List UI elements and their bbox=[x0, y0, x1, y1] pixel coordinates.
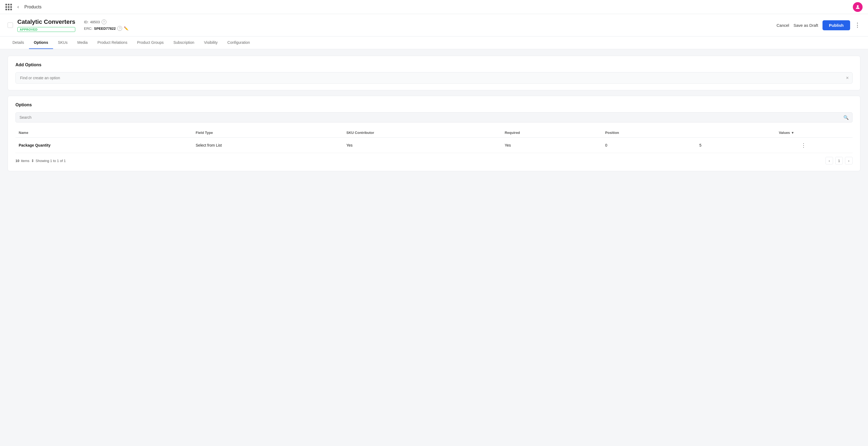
row-more-button[interactable]: ⋮ bbox=[801, 142, 806, 148]
table-row: Package Quantity Select from List Yes Ye… bbox=[16, 138, 852, 153]
tab-visibility[interactable]: Visibility bbox=[199, 36, 222, 49]
erc-edit-icon[interactable]: ✏️ bbox=[124, 26, 128, 31]
back-button[interactable]: ‹ bbox=[15, 3, 21, 11]
tab-configuration[interactable]: Configuration bbox=[223, 36, 255, 49]
tab-details[interactable]: Details bbox=[8, 36, 29, 49]
add-options-title: Add Options bbox=[16, 63, 852, 67]
tab-media[interactable]: Media bbox=[72, 36, 92, 49]
id-label: ID: bbox=[84, 20, 89, 24]
row-position: 0 bbox=[602, 138, 696, 153]
col-required: Required bbox=[501, 128, 602, 138]
row-required: Yes bbox=[501, 138, 602, 153]
id-value: 48503 bbox=[90, 20, 100, 24]
product-header: Catalytic Converters APPROVED ID: 48503 … bbox=[0, 14, 868, 36]
more-options-button[interactable]: ⋮ bbox=[855, 22, 860, 28]
id-help-icon[interactable]: ? bbox=[101, 20, 106, 24]
nav-title: Products bbox=[24, 5, 41, 9]
find-option-input[interactable] bbox=[16, 72, 852, 83]
col-actions bbox=[798, 128, 852, 138]
current-page: 1 bbox=[835, 157, 843, 165]
add-options-card: Add Options × bbox=[8, 56, 860, 90]
prev-page-button[interactable]: ‹ bbox=[826, 157, 833, 165]
cancel-button[interactable]: Cancel bbox=[776, 23, 789, 28]
tab-subscription[interactable]: Subscription bbox=[168, 36, 199, 49]
search-wrapper: 🔍 bbox=[16, 112, 852, 123]
col-position: Position bbox=[602, 128, 696, 138]
options-table: Name Field Type SKU Contributor Required… bbox=[16, 128, 852, 153]
find-clear-button[interactable]: × bbox=[846, 75, 849, 81]
col-name: Name bbox=[16, 128, 192, 138]
main-content: Add Options × Options 🔍 Name Field Type … bbox=[0, 49, 868, 178]
avatar[interactable] bbox=[853, 2, 863, 12]
tab-product-relations[interactable]: Product Relations bbox=[93, 36, 132, 49]
erc-label: ERC: bbox=[84, 27, 92, 31]
select-checkbox[interactable] bbox=[8, 23, 13, 28]
row-name: Package Quantity bbox=[16, 138, 192, 153]
pagination-bar: 10 items ⇕ Showing 1 to 1 of 1 ‹ 1 › bbox=[16, 153, 852, 165]
showing-text: Showing 1 to 1 of 1 bbox=[36, 159, 66, 163]
product-name: Catalytic Converters bbox=[17, 19, 75, 26]
erc-value: SPEED77822 bbox=[94, 27, 116, 31]
approved-badge: APPROVED bbox=[17, 27, 75, 32]
row-more-actions: ⋮ bbox=[798, 138, 852, 153]
save-draft-button[interactable]: Save as Draft bbox=[794, 23, 818, 28]
values-sort-icon[interactable]: ▼ bbox=[791, 131, 794, 135]
row-sku-contributor: Yes bbox=[343, 138, 501, 153]
next-page-button[interactable]: › bbox=[845, 157, 852, 165]
options-card: Options 🔍 Name Field Type SKU Contributo… bbox=[8, 96, 860, 171]
col-values: Values ▼ bbox=[696, 128, 798, 138]
row-values: 5 bbox=[696, 138, 798, 153]
row-field-type: Select from List bbox=[192, 138, 343, 153]
tab-skus[interactable]: SKUs bbox=[53, 36, 72, 49]
tab-options[interactable]: Options bbox=[29, 36, 53, 49]
find-input-wrapper: × bbox=[16, 72, 852, 83]
svg-point-0 bbox=[857, 5, 859, 7]
items-count: 10 bbox=[16, 159, 19, 163]
top-nav: ‹ Products bbox=[0, 0, 868, 14]
items-label: items bbox=[21, 159, 29, 163]
grid-menu-icon[interactable] bbox=[5, 4, 12, 10]
col-sku-contributor: SKU Contributor bbox=[343, 128, 501, 138]
search-input[interactable] bbox=[16, 112, 852, 123]
erc-help-icon[interactable]: ? bbox=[117, 26, 122, 31]
tabs-bar: Details Options SKUs Media Product Relat… bbox=[0, 36, 868, 49]
publish-button[interactable]: Publish bbox=[823, 20, 850, 30]
search-icon[interactable]: 🔍 bbox=[843, 115, 849, 120]
tab-product-groups[interactable]: Product Groups bbox=[132, 36, 168, 49]
options-title: Options bbox=[16, 103, 852, 107]
items-per-page-dropdown[interactable]: ⇕ bbox=[31, 159, 34, 163]
col-field-type: Field Type bbox=[192, 128, 343, 138]
